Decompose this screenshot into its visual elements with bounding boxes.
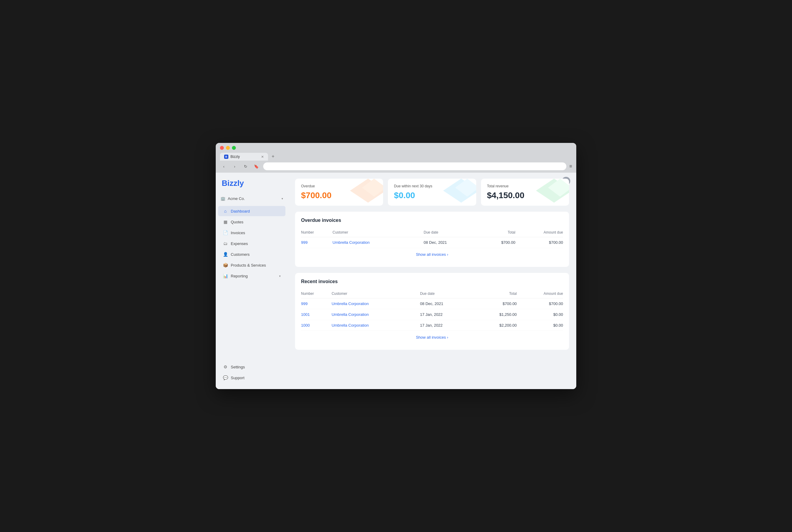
company-chevron-icon: ▾ xyxy=(281,197,283,200)
invoice-due-date-999: 08 Dec, 2021 xyxy=(424,237,481,248)
company-icon: 🏢 xyxy=(221,196,225,201)
recent-invoices-title: Recent invoices xyxy=(301,279,563,284)
overdue-invoices-table: Number Customer Due date Total Amount du… xyxy=(301,228,563,261)
tab-favicon: B xyxy=(224,155,228,159)
col-total: Total xyxy=(481,228,515,237)
recent-invoice-customer-1000[interactable]: Umbrella Corporation xyxy=(332,320,420,331)
sidebar: Bizzly 🏢 Acme Co. ▾ ⌂ Dashboard ▦ Quotes… xyxy=(216,173,288,389)
sidebar-label-invoices: Invoices xyxy=(231,231,245,235)
support-icon: 💬 xyxy=(223,375,228,380)
browser-window: B Bizzly ✕ + ‹ › ↻ 🔖 ≡ Bizzly 🏢 Acme Co.… xyxy=(216,143,576,389)
recent-col-customer: Customer xyxy=(332,289,420,299)
overdue-invoices-section: Overdue invoices Number Customer Due dat… xyxy=(295,212,569,267)
tab-close-icon[interactable]: ✕ xyxy=(261,155,264,159)
settings-icon: ⚙ xyxy=(223,364,228,369)
show-all-recent-row: Show all invoices › xyxy=(301,331,563,344)
reporting-chevron-icon: ▾ xyxy=(279,274,281,278)
sidebar-item-support[interactable]: 💬 Support xyxy=(218,373,286,383)
traffic-lights xyxy=(220,146,572,150)
table-row: 999 Umbrella Corporation 08 Dec, 2021 $7… xyxy=(301,299,563,309)
products-icon: 📦 xyxy=(223,263,228,267)
sidebar-label-support: Support xyxy=(231,376,244,380)
menu-icon[interactable]: ≡ xyxy=(569,164,572,169)
app-content: Bizzly 🏢 Acme Co. ▾ ⌂ Dashboard ▦ Quotes… xyxy=(216,173,576,389)
app-logo: Bizzly xyxy=(216,179,288,194)
sidebar-label-quotes: Quotes xyxy=(231,220,243,224)
tab-bar: B Bizzly ✕ + xyxy=(220,152,572,160)
invoice-customer-999[interactable]: Umbrella Corporation xyxy=(333,237,424,248)
stat-card-due30: Due within next 30 days $0.00 xyxy=(388,179,476,206)
quotes-icon: ▦ xyxy=(223,220,228,224)
recent-invoice-total-1001: $1,250.00 xyxy=(475,309,517,320)
recent-invoice-amount-due-999: $700.00 xyxy=(517,299,563,309)
recent-col-number: Number xyxy=(301,289,332,299)
table-row: 999 Umbrella Corporation 08 Dec, 2021 $7… xyxy=(301,237,563,248)
customers-icon: 👤 xyxy=(223,252,228,257)
sidebar-item-customers[interactable]: 👤 Customers xyxy=(218,249,286,260)
company-selector[interactable]: 🏢 Acme Co. ▾ xyxy=(216,194,288,203)
recent-invoice-customer-999[interactable]: Umbrella Corporation xyxy=(332,299,420,309)
invoice-total-999: $700.00 xyxy=(481,237,515,248)
new-tab-button[interactable]: + xyxy=(269,152,277,160)
sidebar-item-quotes[interactable]: ▦ Quotes xyxy=(218,217,286,227)
col-amount-due: Amount due xyxy=(515,228,563,237)
bookmark-button[interactable]: 🔖 xyxy=(252,163,260,170)
company-name: Acme Co. xyxy=(228,196,245,201)
show-all-recent-link[interactable]: Show all invoices › xyxy=(416,335,448,340)
sidebar-item-reporting[interactable]: 📊 Reporting ▾ xyxy=(218,271,286,281)
sidebar-item-invoices[interactable]: 📄 Invoices xyxy=(218,228,286,238)
address-bar[interactable] xyxy=(263,163,566,170)
stat-card-revenue: Total revenue $4,150.00 xyxy=(481,179,569,206)
recent-col-due-date: Due date xyxy=(420,289,475,299)
recent-invoice-number-999[interactable]: 999 xyxy=(301,299,332,309)
recent-invoice-customer-1001[interactable]: Umbrella Corporation xyxy=(332,309,420,320)
col-customer: Customer xyxy=(333,228,424,237)
show-all-overdue-link[interactable]: Show all invoices › xyxy=(416,252,448,257)
show-all-overdue-row: Show all invoices › xyxy=(301,248,563,261)
recent-invoice-number-1000[interactable]: 1000 xyxy=(301,320,332,331)
recent-invoice-number-1001[interactable]: 1001 xyxy=(301,309,332,320)
sidebar-label-reporting: Reporting xyxy=(231,274,247,278)
nav-bar: ‹ › ↻ 🔖 ≡ xyxy=(216,160,576,173)
expenses-icon: 🗂 xyxy=(223,241,228,246)
invoice-amount-due-999: $700.00 xyxy=(515,237,563,248)
stats-row: Overdue $700.00 Due within next 30 days … xyxy=(295,179,569,206)
tab-label: Bizzly xyxy=(231,155,240,159)
recent-invoices-section: Recent invoices Number Customer Due date… xyxy=(295,273,569,350)
invoice-number-999[interactable]: 999 xyxy=(301,237,333,248)
forward-button[interactable]: › xyxy=(231,163,239,170)
dashboard-icon: ⌂ xyxy=(223,209,228,213)
col-number: Number xyxy=(301,228,333,237)
browser-chrome: B Bizzly ✕ + xyxy=(216,143,576,160)
recent-invoice-due-date-1001: 17 Jan, 2022 xyxy=(420,309,475,320)
table-row: 1001 Umbrella Corporation 17 Jan, 2022 $… xyxy=(301,309,563,320)
back-button[interactable]: ‹ xyxy=(220,163,228,170)
recent-invoice-total-1000: $2,200.00 xyxy=(475,320,517,331)
main-area: 👤 Overdue $700.00 Due within next 30 day… xyxy=(288,173,576,389)
sidebar-label-products: Products & Services xyxy=(231,263,266,267)
stat-card-overdue: Overdue $700.00 xyxy=(295,179,383,206)
col-due-date: Due date xyxy=(424,228,481,237)
overdue-invoices-title: Overdue invoices xyxy=(301,218,563,223)
sidebar-label-settings: Settings xyxy=(231,365,245,369)
sidebar-item-expenses[interactable]: 🗂 Expenses xyxy=(218,239,286,249)
sidebar-item-products-services[interactable]: 📦 Products & Services xyxy=(218,260,286,270)
maximize-button[interactable] xyxy=(232,146,236,150)
recent-invoice-due-date-999: 08 Dec, 2021 xyxy=(420,299,475,309)
sidebar-item-settings[interactable]: ⚙ Settings xyxy=(218,362,286,372)
sidebar-item-dashboard[interactable]: ⌂ Dashboard xyxy=(218,206,286,216)
sidebar-label-dashboard: Dashboard xyxy=(231,209,250,213)
recent-invoice-due-date-1000: 17 Jan, 2022 xyxy=(420,320,475,331)
recent-col-total: Total xyxy=(475,289,517,299)
invoices-icon: 📄 xyxy=(223,230,228,235)
sidebar-label-expenses: Expenses xyxy=(231,241,248,246)
active-tab[interactable]: B Bizzly ✕ xyxy=(220,153,268,160)
table-row: 1000 Umbrella Corporation 17 Jan, 2022 $… xyxy=(301,320,563,331)
minimize-button[interactable] xyxy=(226,146,230,150)
refresh-button[interactable]: ↻ xyxy=(242,163,250,170)
recent-invoice-amount-due-1000: $0.00 xyxy=(517,320,563,331)
reporting-icon: 📊 xyxy=(223,273,228,278)
close-button[interactable] xyxy=(220,146,224,150)
recent-invoice-total-999: $700.00 xyxy=(475,299,517,309)
sidebar-label-customers: Customers xyxy=(231,252,250,257)
